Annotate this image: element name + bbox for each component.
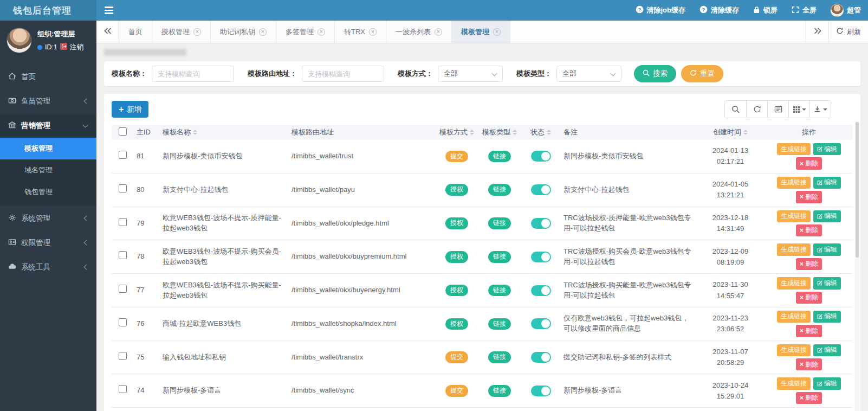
row-created: 2023-10-2415:29:01 — [696, 374, 765, 408]
select-all-checkbox[interactable] — [119, 127, 127, 136]
clear-job-cache-button[interactable]: ? 清除job缓存 — [629, 0, 693, 21]
template-route-input[interactable] — [302, 66, 384, 82]
generate-link-button[interactable]: 生成链接 — [777, 243, 811, 255]
edit-button[interactable]: 编辑 — [813, 377, 841, 389]
tab-mnemonic-key[interactable]: 助记词私钥× — [211, 21, 276, 43]
generate-link-button[interactable]: 生成链接 — [777, 377, 811, 389]
sidebar-item-home[interactable]: 首页 — [0, 65, 96, 89]
tab-close-icon[interactable]: × — [493, 28, 501, 36]
clear-cache-button[interactable]: ? 清除缓存 — [692, 0, 746, 21]
tabs-scroll-right-button[interactable] — [806, 21, 828, 43]
edit-button[interactable]: 编辑 — [813, 344, 841, 356]
row-checkbox[interactable] — [119, 151, 127, 159]
table-detail-view-button[interactable] — [767, 101, 788, 118]
template-type-select[interactable]: 全部 — [556, 66, 621, 82]
tab-wave-list[interactable]: 一波杀列表× — [386, 21, 452, 43]
delete-button[interactable]: ×删除 — [796, 258, 822, 270]
sidebar-item-tools[interactable]: 系统工具 — [0, 255, 96, 279]
delete-button[interactable]: ×删除 — [796, 157, 822, 169]
row-checkbox[interactable] — [119, 352, 127, 360]
generate-link-button[interactable]: 生成链接 — [777, 277, 811, 289]
status-toggle[interactable] — [531, 252, 551, 262]
sidebar-item-template-management[interactable]: 模板管理 — [0, 138, 96, 159]
tabs-scroll-left-button[interactable] — [96, 21, 119, 43]
delete-button[interactable]: ×删除 — [796, 325, 822, 337]
table-search-button[interactable] — [725, 101, 746, 118]
tab-close-icon[interactable]: × — [369, 28, 377, 36]
table-columns-button[interactable] — [788, 101, 809, 118]
status-toggle[interactable] — [531, 352, 551, 363]
edit-button[interactable]: 编辑 — [813, 311, 841, 323]
row-checkbox[interactable] — [119, 385, 127, 393]
generate-link-button[interactable]: 生成链接 — [777, 311, 811, 323]
edit-button[interactable]: 编辑 — [813, 277, 841, 289]
lock-screen-button[interactable]: 锁屏 — [746, 0, 785, 21]
sidebar-toggle-icon[interactable] — [96, 0, 121, 21]
current-user-menu[interactable]: 超管 — [824, 0, 868, 21]
col-route: 模板路由地址 — [288, 125, 436, 140]
template-method-select[interactable]: 全部 — [438, 66, 503, 82]
tab-trx-transfer[interactable]: 转TRX× — [335, 21, 386, 43]
search-icon — [643, 69, 650, 78]
tab-multisig[interactable]: 多签管理× — [276, 21, 335, 43]
col-method[interactable]: 模板方式 — [436, 125, 478, 140]
row-checkbox[interactable] — [119, 318, 127, 326]
status-toggle[interactable] — [531, 184, 551, 195]
fullscreen-button[interactable]: 全屏 — [785, 0, 824, 21]
row-checkbox[interactable] — [119, 218, 127, 226]
template-name-input[interactable] — [152, 66, 234, 82]
reset-button[interactable]: 重置 — [681, 65, 723, 82]
generate-link-button[interactable]: 生成链接 — [777, 177, 811, 189]
delete-button[interactable]: ×删除 — [796, 224, 822, 236]
col-created[interactable]: 创建时间 — [696, 125, 765, 140]
generate-link-button[interactable]: 生成链接 — [777, 210, 811, 222]
scrollbar-thumb[interactable] — [856, 122, 859, 258]
edit-button[interactable]: 编辑 — [813, 210, 841, 222]
row-checkbox[interactable] — [119, 184, 127, 192]
tab-template-management[interactable]: 模板管理× — [452, 21, 510, 43]
logout-link[interactable]: 注销 — [70, 43, 83, 52]
col-name[interactable]: 模板名称 — [159, 125, 288, 140]
edit-button[interactable]: 编辑 — [813, 143, 841, 155]
status-toggle[interactable] — [531, 151, 551, 162]
generate-link-button[interactable]: 生成链接 — [777, 344, 811, 356]
sidebar-item-marketing[interactable]: 营销管理 — [0, 113, 96, 138]
table-scrollbar[interactable] — [855, 121, 859, 411]
tab-close-icon[interactable]: × — [435, 28, 442, 36]
tab-close-icon[interactable]: × — [318, 28, 325, 36]
delete-button[interactable]: ×删除 — [796, 392, 822, 404]
edit-button[interactable]: 编辑 — [813, 177, 841, 189]
col-status[interactable]: 状态 — [521, 125, 560, 140]
delete-button[interactable]: ×删除 — [796, 191, 822, 203]
add-button[interactable]: + 新增 — [112, 101, 148, 118]
status-toggle[interactable] — [531, 285, 551, 296]
sidebar-item-wallet-management[interactable]: 钱包管理 — [0, 181, 96, 203]
table-export-button[interactable] — [809, 101, 831, 118]
tab-close-icon[interactable]: × — [193, 28, 201, 36]
tab-home[interactable]: 首页 — [119, 21, 152, 43]
tab-close-icon[interactable]: × — [259, 28, 267, 36]
table-refresh-button[interactable] — [746, 101, 767, 118]
type-badge: 链接 — [488, 385, 511, 397]
sidebar-item-permission[interactable]: 权限管理 — [0, 230, 96, 255]
col-type[interactable]: 模板类型 — [478, 125, 521, 140]
row-id: 73 — [133, 408, 159, 411]
refresh-tab-button[interactable]: 刷新 — [828, 21, 868, 43]
status-toggle[interactable] — [531, 218, 551, 229]
status-toggle[interactable] — [531, 318, 551, 329]
status-toggle[interactable] — [531, 386, 551, 396]
tab-authorization[interactable]: 授权管理× — [152, 21, 211, 43]
search-button[interactable]: 搜索 — [634, 65, 676, 82]
sidebar-item-fishery[interactable]: 鱼苗管理 — [0, 89, 96, 113]
sidebar-item-system[interactable]: 系统管理 — [0, 206, 96, 230]
col-id: 主ID — [133, 125, 159, 140]
row-checkbox[interactable] — [119, 285, 127, 293]
delete-button[interactable]: ×删除 — [796, 358, 822, 370]
template-route: /timibbs_wallet/transtrx — [288, 341, 436, 374]
row-checkbox[interactable] — [119, 251, 127, 259]
lock-icon — [753, 6, 760, 15]
edit-button[interactable]: 编辑 — [813, 243, 841, 255]
generate-link-button[interactable]: 生成链接 — [777, 143, 811, 155]
delete-button[interactable]: ×删除 — [796, 292, 822, 304]
sidebar-item-domain-management[interactable]: 域名管理 — [0, 159, 96, 181]
